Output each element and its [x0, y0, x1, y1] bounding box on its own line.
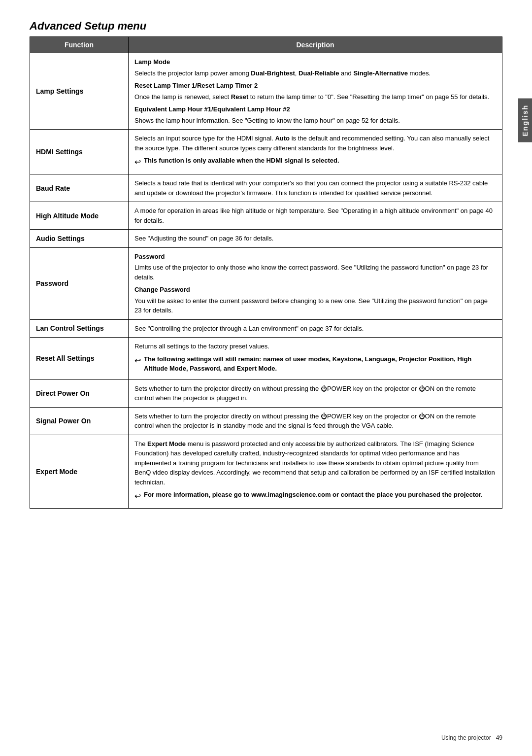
- sub-heading: Equivalent Lamp Hour #1/Equivalent Lamp …: [134, 104, 496, 114]
- description-para: You will be asked to enter the current p…: [134, 296, 496, 315]
- function-cell: Lamp Settings: [30, 53, 129, 130]
- table-row: Signal Power OnSets whether to turn the …: [30, 407, 502, 435]
- note-box: ↩ For more information, please go to www…: [134, 490, 496, 502]
- table-row: PasswordPasswordLimits use of the projec…: [30, 247, 502, 319]
- description-cell: A mode for operation in areas like high …: [129, 202, 502, 230]
- footer-label: Using the projector: [441, 734, 491, 741]
- description-para: Selects a baud rate that is identical wi…: [134, 178, 496, 198]
- description-para: Shows the lamp hour information. See "Ge…: [134, 116, 496, 126]
- description-cell: See "Adjusting the sound" on page 36 for…: [129, 230, 502, 248]
- table-row: Audio SettingsSee "Adjusting the sound" …: [30, 230, 502, 248]
- footer: Using the projector 49: [441, 734, 502, 741]
- sub-heading: Reset Lamp Timer 1/Reset Lamp Timer 2: [134, 81, 496, 91]
- description-header: Description: [129, 37, 502, 53]
- table-row: Lamp SettingsLamp ModeSelects the projec…: [30, 53, 502, 130]
- main-table: Function Description Lamp SettingsLamp M…: [30, 36, 502, 509]
- function-header: Function: [30, 37, 129, 53]
- note-box: ↩ The following settings will still rema…: [134, 354, 496, 374]
- description-para: Once the lamp is renewed, select Reset t…: [134, 92, 496, 102]
- description-cell: Selects an input source type for the HDM…: [129, 130, 502, 174]
- function-cell: Reset All Settings: [30, 338, 129, 380]
- description-para: Limits use of the projector to only thos…: [134, 263, 496, 282]
- note-text: This function is only available when the…: [144, 156, 339, 166]
- table-row: Expert ModeThe Expert Mode menu is passw…: [30, 435, 502, 509]
- description-cell: PasswordLimits use of the projector to o…: [129, 247, 502, 319]
- note-icon: ↩: [134, 490, 141, 502]
- function-cell: Direct Power On: [30, 379, 129, 407]
- description-para: Selects the projector lamp power among D…: [134, 69, 496, 78]
- description-para: Sets whether to turn the projector direc…: [134, 384, 496, 403]
- description-para: Selects an input source type for the HDM…: [134, 134, 496, 153]
- english-tab: English: [518, 99, 532, 142]
- sub-heading: Change Password: [134, 285, 496, 295]
- description-cell: Lamp ModeSelects the projector lamp powe…: [129, 53, 502, 130]
- description-para: See "Adjusting the sound" on page 36 for…: [134, 234, 496, 243]
- function-cell: High Altitude Mode: [30, 202, 129, 230]
- description-para: The Expert Mode menu is password protect…: [134, 439, 496, 487]
- note-icon: ↩: [134, 355, 141, 367]
- function-cell: Password: [30, 247, 129, 319]
- table-row: HDMI SettingsSelects an input source typ…: [30, 130, 502, 174]
- table-row: Reset All SettingsReturns all settings t…: [30, 338, 502, 380]
- function-cell: HDMI Settings: [30, 130, 129, 174]
- function-cell: Baud Rate: [30, 174, 129, 202]
- table-row: High Altitude ModeA mode for operation i…: [30, 202, 502, 230]
- table-row: Baud RateSelects a baud rate that is ide…: [30, 174, 502, 202]
- description-cell: Selects a baud rate that is identical wi…: [129, 174, 502, 202]
- description-para: Sets whether to turn the projector direc…: [134, 412, 496, 431]
- table-row: Lan Control SettingsSee "Controlling the…: [30, 319, 502, 338]
- description-cell: See "Controlling the projector through a…: [129, 319, 502, 338]
- function-cell: Signal Power On: [30, 407, 129, 435]
- note-box: ↩ This function is only available when t…: [134, 156, 496, 168]
- function-cell: Lan Control Settings: [30, 319, 129, 338]
- note-text: For more information, please go to www.i…: [144, 490, 483, 500]
- sub-heading: Password: [134, 252, 496, 262]
- description-para: A mode for operation in areas like high …: [134, 206, 496, 225]
- description-cell: Sets whether to turn the projector direc…: [129, 379, 502, 407]
- page-title: Advanced Setup menu: [30, 20, 502, 33]
- note-text: The following settings will still remain…: [144, 354, 496, 374]
- description-cell: Returns all settings to the factory pres…: [129, 338, 502, 380]
- description-para: See "Controlling the projector through a…: [134, 324, 496, 334]
- description-cell: Sets whether to turn the projector direc…: [129, 407, 502, 435]
- note-icon: ↩: [134, 156, 141, 168]
- function-cell: Audio Settings: [30, 230, 129, 248]
- description-para: Returns all settings to the factory pres…: [134, 342, 496, 351]
- sub-heading: Lamp Mode: [134, 57, 496, 67]
- function-cell: Expert Mode: [30, 435, 129, 509]
- footer-page: 49: [496, 734, 502, 741]
- table-row: Direct Power OnSets whether to turn the …: [30, 379, 502, 407]
- description-cell: The Expert Mode menu is password protect…: [129, 435, 502, 509]
